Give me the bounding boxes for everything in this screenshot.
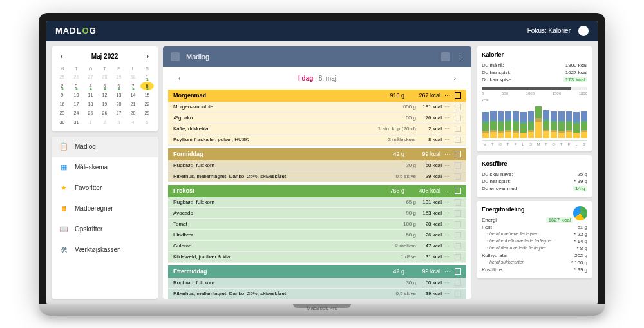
food-checkbox[interactable] <box>455 221 461 227</box>
cal-day[interactable]: 11 <box>84 91 97 99</box>
today-label[interactable]: I dag <box>298 75 313 82</box>
food-menu-icon[interactable]: ⋯ <box>442 115 452 121</box>
cal-day[interactable]: 3 <box>112 118 126 126</box>
cal-day[interactable]: 4 <box>126 118 140 126</box>
cal-day[interactable]: 20 <box>112 100 126 108</box>
food-checkbox[interactable] <box>455 199 461 206</box>
meal-header[interactable]: Formiddag42 g99 kcal⋯ <box>168 148 466 160</box>
cal-day[interactable]: 26 <box>98 109 111 117</box>
nav-item-opskrifter[interactable]: 📖Opskrifter <box>52 219 158 240</box>
food-row[interactable]: Kaffe, drikkeklar1 alm kop (20 cl)2 kcal… <box>168 124 466 135</box>
nav-item-madlog[interactable]: 📋Madlog <box>52 137 158 157</box>
cal-prev[interactable]: ‹ <box>58 52 65 61</box>
meal-menu-icon[interactable]: ⋯ <box>444 188 451 195</box>
cal-next[interactable]: › <box>144 52 151 61</box>
cal-day[interactable]: 19 <box>98 100 111 108</box>
food-row[interactable]: Tomat100 g20 kcal⋯ <box>168 219 466 230</box>
meal-menu-icon[interactable]: ⋯ <box>444 151 451 158</box>
food-row[interactable]: Gulerod2 mellem47 kcal⋯ <box>168 241 466 252</box>
cal-day[interactable]: 21 <box>126 100 140 108</box>
cal-day[interactable]: 26 <box>70 73 83 81</box>
food-menu-icon[interactable]: ⋯ <box>442 232 452 238</box>
food-menu-icon[interactable]: ⋯ <box>442 280 452 285</box>
food-checkbox[interactable] <box>455 162 461 169</box>
cal-day[interactable]: 30 <box>55 118 69 126</box>
cal-day[interactable]: 28 <box>126 109 140 117</box>
food-row[interactable]: Riberhus, mellemlagret, Danbo, 25%, skiv… <box>168 171 466 182</box>
date-next[interactable]: › <box>449 72 461 84</box>
cal-day[interactable]: 16 <box>55 100 69 108</box>
date-prev[interactable]: ‹ <box>173 72 185 84</box>
food-row[interactable]: Riberhus, mellemlagret, Danbo, 25%, skiv… <box>168 289 466 299</box>
meal-header[interactable]: Frokost765 g408 kcal⋯ <box>168 185 466 197</box>
food-menu-icon[interactable]: ⋯ <box>442 243 452 249</box>
cal-day[interactable]: 27 <box>84 73 97 81</box>
food-checkbox[interactable] <box>455 210 461 217</box>
cal-day[interactable]: 17 <box>70 100 83 108</box>
meal-menu-icon[interactable]: ⋯ <box>444 92 451 99</box>
cal-day[interactable]: 31 <box>70 118 83 126</box>
cal-day[interactable]: 29 <box>140 109 154 117</box>
food-row[interactable]: Avocado90 g153 kcal⋯ <box>168 208 466 219</box>
food-checkbox[interactable] <box>455 126 461 132</box>
cal-day[interactable]: 28 <box>98 73 111 81</box>
nav-item-madberegner[interactable]: 🖩Madberegner <box>52 198 158 219</box>
cal-day[interactable]: 5 <box>98 82 111 90</box>
food-menu-icon[interactable]: ⋯ <box>442 199 452 205</box>
cal-day[interactable]: 12 <box>98 91 111 99</box>
cal-day[interactable]: 2 <box>98 118 111 126</box>
cal-day[interactable]: 29 <box>112 73 126 81</box>
nav-item-værktøjskassen[interactable]: 🛠Værktøjskassen <box>52 240 158 260</box>
food-checkbox[interactable] <box>455 115 461 121</box>
food-checkbox[interactable] <box>455 104 461 110</box>
cal-day[interactable]: 18 <box>84 100 97 108</box>
food-checkbox[interactable] <box>455 254 461 260</box>
cal-day[interactable]: 30 <box>126 73 140 81</box>
nav-item-favoritter[interactable]: ★Favoritter <box>52 178 158 198</box>
meal-header[interactable]: Morgenmad910 g267 kcal⋯ <box>168 90 466 102</box>
cal-day[interactable]: 14 <box>126 91 140 99</box>
food-menu-icon[interactable]: ⋯ <box>442 104 452 110</box>
food-checkbox[interactable] <box>455 173 461 180</box>
cal-day[interactable]: 15 <box>140 91 154 99</box>
cal-day[interactable]: 25 <box>55 73 69 81</box>
food-menu-icon[interactable]: ⋯ <box>442 254 452 260</box>
meal-copy-icon[interactable] <box>455 92 461 99</box>
food-row[interactable]: Rugbrød, fuldkorn65 g131 kcal⋯ <box>168 197 466 208</box>
meal-header[interactable]: Eftermiddag42 g99 kcal⋯ <box>168 265 466 278</box>
food-menu-icon[interactable]: ⋯ <box>442 221 452 227</box>
food-row[interactable]: Kildevæld, jordbær & kiwi1 dåse31 kcal⋯ <box>168 252 466 263</box>
meal-copy-icon[interactable] <box>455 268 461 275</box>
cal-day[interactable]: 5 <box>140 118 154 126</box>
food-menu-icon[interactable]: ⋯ <box>442 210 452 216</box>
cal-day[interactable]: 7 <box>126 82 140 90</box>
food-row[interactable]: Psyllium-frøskaller, pulver, HUSK3 måles… <box>168 135 466 146</box>
food-row[interactable]: Hindbær50 g26 kcal⋯ <box>168 230 466 241</box>
nav-item-måleskema[interactable]: ▦Måleskema <box>52 157 158 178</box>
cal-day[interactable]: 3 <box>70 82 83 90</box>
food-row[interactable]: Æg, øko55 g76 kcal⋯ <box>168 113 466 124</box>
cal-day[interactable]: 23 <box>55 109 69 117</box>
food-checkbox[interactable] <box>455 280 461 286</box>
cal-day[interactable]: 1 <box>140 73 154 81</box>
food-row[interactable]: Rugbrød, fuldkorn30 g60 kcal⋯ <box>168 160 466 171</box>
cal-day[interactable]: 8 <box>140 82 154 90</box>
food-checkbox[interactable] <box>455 232 461 238</box>
food-checkbox[interactable] <box>455 243 461 249</box>
cal-day[interactable]: 10 <box>70 91 83 99</box>
cal-day[interactable]: 25 <box>84 109 97 117</box>
cal-day[interactable]: 22 <box>140 100 154 108</box>
cal-day[interactable]: 4 <box>84 82 97 90</box>
cal-day[interactable]: 9 <box>55 91 69 99</box>
cal-day[interactable]: 13 <box>112 91 126 99</box>
user-icon[interactable] <box>578 26 589 36</box>
food-checkbox[interactable] <box>455 291 461 297</box>
food-menu-icon[interactable]: ⋯ <box>442 162 452 168</box>
export-icon[interactable] <box>441 52 450 61</box>
food-row[interactable]: Rugbrød, fuldkorn30 g60 kcal⋯ <box>168 278 466 289</box>
cal-day[interactable]: 2 <box>55 82 69 90</box>
food-menu-icon[interactable]: ⋯ <box>442 126 452 131</box>
cal-day[interactable]: 1 <box>84 118 97 126</box>
cal-day[interactable]: 6 <box>112 82 126 90</box>
meal-menu-icon[interactable]: ⋯ <box>444 268 451 275</box>
